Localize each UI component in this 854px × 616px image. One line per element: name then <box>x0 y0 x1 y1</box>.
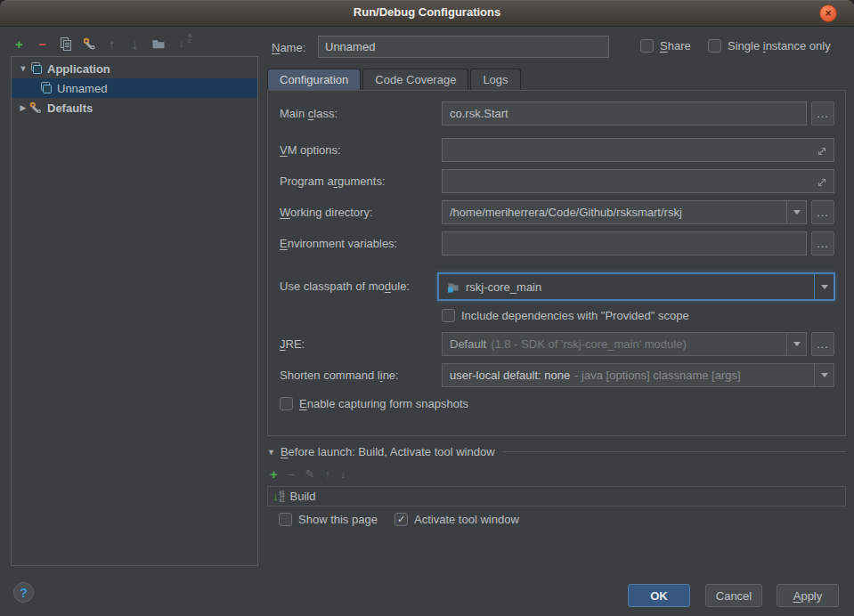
tree-item-unnamed[interactable]: Unnamed <box>12 78 257 98</box>
close-button[interactable]: × <box>819 4 837 22</box>
main-class-label: Main class: <box>280 107 338 120</box>
defaults-wrench-icon <box>28 101 43 115</box>
section-divider <box>503 451 846 452</box>
tab-configuration[interactable]: Configuration <box>267 69 361 91</box>
jre-label: JRE: <box>280 337 305 351</box>
name-input[interactable] <box>318 36 609 58</box>
help-button[interactable]: ? <box>13 582 34 603</box>
jre-combobox[interactable]: Default(1.8 - SDK of 'rskj-core_main' mo… <box>442 332 807 356</box>
program-arguments-field[interactable] <box>442 169 834 193</box>
apply-button[interactable]: Apply <box>777 584 839 607</box>
tree-item-label: Unnamed <box>57 82 107 95</box>
tree-collapsed-icon[interactable]: ▶ <box>18 103 28 112</box>
before-launch-header[interactable]: ▼ Before launch: Build, Activate tool wi… <box>267 445 846 458</box>
task-label: Build <box>290 490 316 503</box>
copy-configuration-icon[interactable] <box>57 35 74 53</box>
tree-expanded-icon[interactable]: ▼ <box>18 64 28 73</box>
working-directory-combobox[interactable]: /home/meriherrera/Code/Github/rsksmart/r… <box>442 200 807 224</box>
check-icon: ✓ <box>397 515 405 524</box>
activate-tool-window-row: ✓ Activate tool window <box>394 513 519 526</box>
single-instance-checkbox[interactable] <box>708 39 721 53</box>
move-down-icon[interactable]: ↓ <box>126 35 143 53</box>
share-checkbox-row: Share <box>640 39 691 53</box>
working-directory-browse-button[interactable]: ... <box>811 200 834 224</box>
sort-alphabetically-icon[interactable]: ↓az <box>173 35 190 53</box>
environment-variables-browse-button[interactable]: ... <box>811 231 834 255</box>
vm-options-field[interactable] <box>442 138 834 162</box>
run-debug-configurations-dialog: Run/Debug Configurations × + − <box>0 0 854 616</box>
move-up-icon[interactable]: ↑ <box>103 35 120 53</box>
use-classpath-label: Use classpath of module: <box>280 280 410 293</box>
new-folder-icon[interactable] <box>150 35 167 53</box>
move-task-up-icon[interactable]: ↑ <box>324 467 330 481</box>
config-list-toolbar: + − ↑ ↓ <box>11 34 190 53</box>
tab-code-coverage[interactable]: Code Coverage <box>362 69 468 91</box>
configurations-tree: ▼ Application Unnamed ▶ <box>11 56 258 566</box>
shorten-command-line-label: Shorten command line: <box>280 369 399 382</box>
expand-field-icon[interactable] <box>817 146 827 157</box>
share-checkbox[interactable] <box>640 39 654 53</box>
tree-item-defaults[interactable]: ▶ Defaults <box>12 98 257 118</box>
use-classpath-combobox[interactable]: rskj-core_main <box>438 273 834 300</box>
remove-task-icon[interactable]: − <box>288 466 296 482</box>
dropdown-arrow-icon[interactable] <box>814 364 834 386</box>
main-class-field[interactable]: co.rsk.Start <box>442 101 807 126</box>
show-this-page-label: Show this page <box>298 513 378 526</box>
tree-item-label: Defaults <box>47 101 93 115</box>
tree-item-label: Application <box>47 62 110 76</box>
before-launch-task-build[interactable]: ↓ 011001 Build <box>267 486 846 507</box>
show-this-page-row: Show this page <box>279 513 378 526</box>
cancel-button[interactable]: Cancel <box>705 584 762 607</box>
shorten-command-line-combobox[interactable]: user-local default: none- java [options]… <box>442 363 834 387</box>
include-provided-label: Include dependencies with "Provided" sco… <box>461 309 689 322</box>
program-arguments-label: Program arguments: <box>280 174 386 188</box>
include-provided-row: Include dependencies with "Provided" sco… <box>442 309 689 322</box>
application-icon <box>38 81 53 95</box>
capture-snapshots-label: Enable capturing form snapshots <box>299 397 468 410</box>
build-icon: ↓ 011001 <box>272 490 285 503</box>
dropdown-arrow-icon[interactable] <box>814 274 834 299</box>
dropdown-arrow-icon[interactable] <box>786 333 806 355</box>
ok-button[interactable]: OK <box>628 584 690 607</box>
show-this-page-checkbox[interactable] <box>279 513 292 526</box>
environment-variables-label: Environment variables: <box>280 237 397 250</box>
tree-item-application[interactable]: ▼ Application <box>12 59 257 78</box>
titlebar[interactable]: Run/Debug Configurations × <box>0 0 854 27</box>
include-provided-checkbox[interactable] <box>442 309 455 322</box>
move-task-down-icon[interactable]: ↓ <box>340 467 346 481</box>
main-class-browse-button[interactable]: ... <box>811 101 834 126</box>
remove-configuration-icon[interactable]: − <box>34 35 51 53</box>
edit-task-icon[interactable]: ✎ <box>305 467 315 481</box>
activate-tool-window-label: Activate tool window <box>414 513 519 526</box>
name-label: Name: <box>272 41 305 54</box>
share-label: Share <box>660 39 691 53</box>
close-icon: × <box>825 8 831 19</box>
add-task-icon[interactable]: + <box>270 466 278 482</box>
section-collapse-icon[interactable]: ▼ <box>267 448 275 457</box>
capture-snapshots-row: Enable capturing form snapshots <box>280 397 468 410</box>
application-icon <box>28 61 43 76</box>
before-launch-label: Before launch: Build, Activate tool wind… <box>281 445 495 458</box>
expand-field-icon[interactable] <box>817 177 827 188</box>
environment-variables-field[interactable] <box>442 231 807 255</box>
single-instance-checkbox-row: Single instance only <box>708 39 831 53</box>
edit-defaults-icon[interactable] <box>80 35 97 53</box>
capture-snapshots-checkbox[interactable] <box>280 397 293 410</box>
jre-browse-button[interactable]: ... <box>811 332 834 356</box>
vm-options-label: VM options: <box>280 143 341 157</box>
config-tabs: Configuration Code Coverage Logs <box>267 69 521 91</box>
configuration-panel: Main class: co.rsk.Start ... VM options:… <box>267 90 846 436</box>
working-directory-label: Working directory: <box>280 206 373 219</box>
before-launch-toolbar: + − ✎ ↑ ↓ <box>270 466 346 482</box>
activate-tool-window-checkbox[interactable]: ✓ <box>394 513 408 526</box>
dropdown-arrow-icon[interactable] <box>786 201 806 223</box>
tab-logs[interactable]: Logs <box>470 69 520 91</box>
help-icon: ? <box>20 586 28 600</box>
single-instance-label: Single instance only <box>728 39 831 53</box>
module-icon <box>446 280 460 294</box>
window-title: Run/Debug Configurations <box>0 5 854 19</box>
add-configuration-icon[interactable]: + <box>11 35 28 53</box>
